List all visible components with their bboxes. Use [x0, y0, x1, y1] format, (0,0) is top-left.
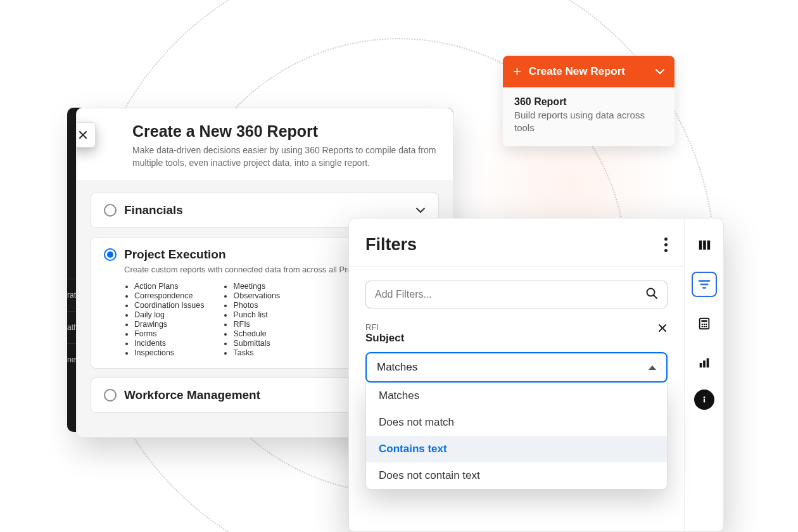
svg-rect-12	[699, 363, 702, 367]
svg-rect-2	[703, 241, 706, 250]
search-icon	[645, 287, 658, 302]
svg-rect-16	[703, 399, 704, 403]
option-financials-label: Financials	[124, 203, 408, 217]
modal-title: Create a New 360 Report	[132, 122, 436, 141]
list-item: RFIs	[233, 320, 280, 329]
tool-list-right: Meetings Observations Photos Punch list …	[223, 282, 280, 358]
create-report-dropdown-item[interactable]: 360 Report Build reports using data acro…	[503, 87, 674, 146]
filter-operator-dropdown: Matches Does not match Contains text Doe…	[365, 383, 668, 490]
caret-down-icon	[656, 68, 664, 75]
create-new-report-button[interactable]: + Create New Report	[503, 56, 674, 87]
filter-kicker: RFI	[365, 322, 404, 332]
filters-panel: Filters RFI Subject Mat	[348, 218, 724, 532]
dropdown-option[interactable]: Matches	[366, 383, 667, 409]
divider	[349, 266, 684, 267]
list-item: Photos	[233, 301, 280, 310]
filters-main: Filters RFI Subject Mat	[349, 218, 684, 531]
svg-rect-14	[706, 358, 709, 368]
info-icon	[699, 394, 710, 405]
kebab-menu-icon[interactable]	[664, 238, 668, 252]
list-item: Inspections	[134, 348, 204, 357]
close-icon	[657, 323, 668, 333]
triangle-up-icon	[649, 365, 656, 370]
dropdown-option[interactable]: Does not contain text	[366, 462, 667, 489]
dropdown-option-active[interactable]: Contains text	[366, 436, 667, 462]
filter-label: Subject	[365, 332, 404, 345]
filter-icon	[697, 277, 711, 291]
list-item: Tasks	[233, 348, 280, 357]
tool-list-left: Action Plans Correspondence Coordination…	[124, 282, 204, 358]
list-item: Correspondence	[134, 291, 204, 300]
columns-tool[interactable]	[692, 232, 717, 258]
filter-block-subject: RFI Subject Matches Matches Does not mat…	[365, 322, 668, 383]
calculator-icon	[697, 317, 711, 331]
svg-point-9	[701, 326, 702, 327]
svg-point-15	[703, 396, 705, 398]
svg-point-6	[701, 324, 702, 325]
modal-header: Create a New 360 Report Make data-driven…	[77, 108, 453, 181]
filter-tool[interactable]	[692, 272, 717, 297]
svg-point-11	[706, 326, 707, 327]
add-filters-search[interactable]	[365, 281, 668, 308]
dropdown-option[interactable]: Does not match	[366, 409, 667, 436]
list-item: Daily log	[134, 310, 204, 319]
svg-rect-1	[699, 241, 702, 250]
chart-tool[interactable]	[692, 350, 717, 376]
radio-unselected-icon	[104, 389, 117, 402]
add-filters-input[interactable]	[375, 289, 645, 300]
dropdown-item-subtitle: Build reports using data across tools	[514, 109, 663, 135]
list-item: Coordination Issues	[134, 301, 204, 310]
filters-sidebar-tools	[684, 218, 723, 531]
create-new-report-label: Create New Report	[529, 65, 648, 78]
columns-icon	[697, 238, 711, 252]
svg-rect-3	[707, 241, 710, 250]
bar-chart-icon	[697, 356, 711, 370]
list-item: Schedule	[233, 329, 280, 338]
list-item: Observations	[233, 291, 280, 300]
radio-selected-icon	[104, 248, 117, 261]
close-icon	[78, 130, 88, 140]
info-tool[interactable]	[694, 390, 714, 410]
list-item: Submittals	[233, 339, 280, 348]
list-item: Forms	[134, 329, 204, 338]
svg-point-8	[706, 324, 707, 325]
list-item: Incidents	[134, 339, 204, 348]
create-report-menu: + Create New Report 360 Report Build rep…	[503, 56, 674, 146]
svg-point-7	[703, 324, 704, 325]
list-item: Action Plans	[134, 282, 204, 291]
chevron-down-icon	[415, 205, 426, 216]
dropdown-item-title: 360 Report	[514, 96, 663, 108]
plus-icon: +	[513, 65, 521, 79]
list-item: Drawings	[134, 320, 204, 329]
filter-operator-select[interactable]: Matches	[365, 352, 668, 383]
radio-unselected-icon	[104, 204, 117, 217]
close-button[interactable]	[76, 122, 96, 148]
list-item: Punch list	[233, 310, 280, 319]
calculator-tool[interactable]	[692, 311, 717, 336]
modal-subtitle: Make data-driven decisions easier by usi…	[132, 144, 436, 169]
remove-filter-button[interactable]	[657, 322, 668, 335]
svg-point-0	[647, 289, 655, 296]
svg-rect-13	[703, 360, 706, 367]
svg-point-10	[703, 326, 704, 327]
filters-title: Filters	[365, 235, 417, 255]
select-value: Matches	[377, 361, 417, 374]
svg-rect-5	[701, 320, 707, 322]
list-item: Meetings	[233, 282, 280, 291]
